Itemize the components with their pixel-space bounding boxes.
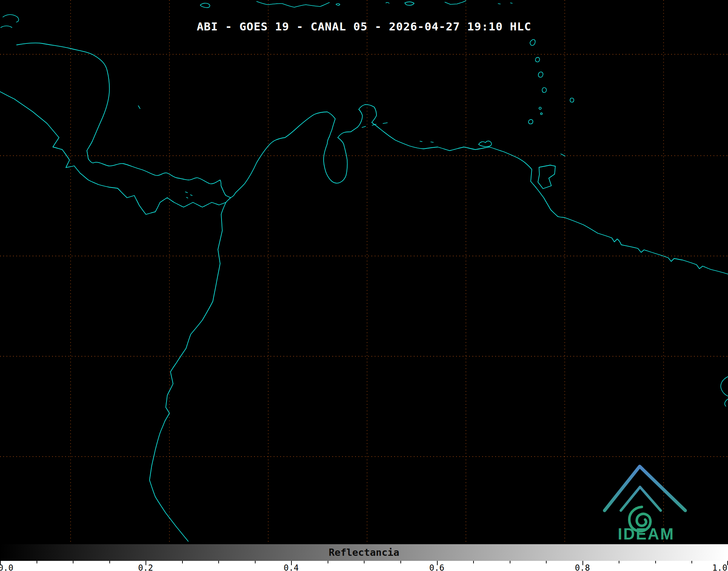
colorbar-axis: 0.0 0.2 0.4 0.6 0.8 1.0 — [0, 561, 728, 571]
island-dot — [540, 113, 542, 115]
island-trinidad — [538, 165, 555, 189]
island-fragment — [336, 4, 340, 5]
island-abc — [362, 126, 366, 127]
island-pearl — [186, 197, 188, 198]
island-san-andres — [138, 106, 140, 109]
satellite-image-viewport: ABI - GOES 19 - CANAL 05 - 2026-04-27 19… — [0, 0, 728, 571]
coastline-panama-north — [88, 159, 231, 198]
colorbar-ticks — [0, 561, 728, 571]
colorbar-tick-label: 1.0 — [712, 563, 727, 571]
colorbar-tick-label: 0.8 — [575, 563, 590, 571]
island — [535, 57, 539, 62]
image-title: ABI - GOES 19 - CANAL 05 - 2026-04-27 19… — [0, 20, 728, 33]
island-abc — [383, 123, 387, 123]
island-dot — [420, 141, 422, 142]
logo-mountain-outer — [605, 466, 685, 511]
coastline-colombia-caribbean — [231, 112, 335, 198]
island — [538, 72, 543, 77]
colorbar-tick-label: 0.0 — [0, 563, 13, 571]
island-pearl — [185, 192, 188, 193]
island-fragment — [200, 3, 210, 8]
coastline-pacific-south-america — [150, 198, 231, 541]
coastline-venezuela — [358, 105, 558, 217]
island — [530, 39, 535, 45]
colorbar-tick-label: 0.6 — [429, 563, 445, 571]
island-dot — [431, 142, 433, 142]
colorbar-gradient: Reflectancia — [0, 544, 728, 561]
colorbar-label: Reflectancia — [0, 544, 728, 561]
coastline-pacific-central-america — [0, 92, 226, 214]
islands-offshore-venezuela — [362, 123, 492, 147]
coastline-fragment-right-edge — [725, 399, 728, 406]
islands-lesser-antilles — [529, 39, 574, 156]
island-fragment — [386, 3, 389, 3]
island — [542, 88, 547, 92]
coastline-fragment-right-edge — [721, 377, 728, 396]
colorbar-tick-label: 0.4 — [284, 563, 299, 571]
logo-text: IDEAM — [618, 525, 675, 543]
island-pearl — [190, 195, 192, 196]
coastline-central-america-caribbean — [17, 43, 109, 159]
island-dot — [498, 4, 500, 4]
island-dot — [539, 107, 541, 109]
island — [529, 119, 533, 124]
lake-maracaibo — [324, 127, 358, 183]
coastline-guyana — [558, 217, 728, 274]
coastline-hispaniola-south — [257, 1, 329, 7]
colorbar-tick-label: 0.2 — [138, 563, 153, 571]
island-margarita — [479, 141, 492, 146]
island-fragment — [405, 2, 414, 5]
island-tobago — [561, 154, 565, 156]
islands-misc — [138, 106, 728, 406]
coastline-puerto-rico-south — [445, 1, 466, 4]
island-barbados — [570, 98, 574, 102]
island-dot — [510, 3, 512, 3]
ideam-logo: IDEAM — [599, 453, 693, 543]
